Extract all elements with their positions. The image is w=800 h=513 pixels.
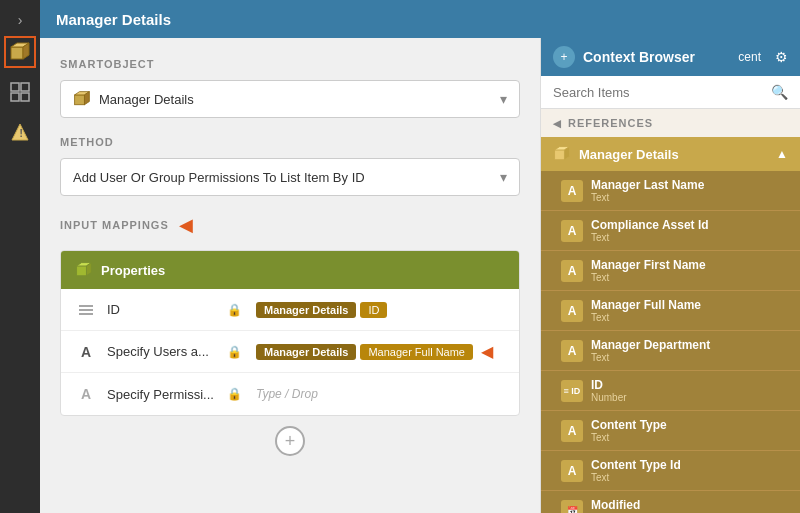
ref-item-manager-first-name[interactable]: A Manager First Name Text: [541, 251, 800, 291]
ref-item-a-icon-6: A: [561, 420, 583, 442]
tag-manager-full-name: Manager Full Name: [360, 344, 473, 360]
ref-item-compliance-asset-id[interactable]: A Compliance Asset Id Text: [541, 211, 800, 251]
ref-item-a-icon-4: A: [561, 340, 583, 362]
prop-lock-users: 🔒: [227, 345, 242, 359]
svg-rect-0: [11, 47, 23, 59]
sidebar-warning-icon[interactable]: !: [4, 116, 36, 148]
prop-placeholder-permissions: Type / Drop: [256, 387, 318, 401]
ref-item-name-3: Manager Full Name: [591, 298, 786, 312]
add-mapping-button[interactable]: +: [275, 426, 305, 456]
ref-item-name-8: Modified: [591, 498, 786, 512]
context-browser-title: Context Browser: [583, 49, 730, 65]
settings-icon[interactable]: ⚙: [775, 49, 788, 65]
references-text: REFERENCES: [568, 117, 653, 129]
main-header-title: Manager Details: [56, 11, 171, 28]
ref-item-type-1: Text: [591, 232, 786, 243]
method-dropdown-inner: Add User Or Group Permissions To List It…: [73, 170, 365, 185]
svg-rect-12: [77, 266, 87, 276]
ref-item-name-0: Manager Last Name: [591, 178, 786, 192]
ref-item-date-icon-8: 📅: [561, 500, 583, 514]
ref-item-content-6: Content Type Text: [591, 418, 786, 443]
ref-item-type-6: Text: [591, 432, 786, 443]
ref-item-id[interactable]: ≡ ID ID Number: [541, 371, 800, 411]
ref-item-modified[interactable]: 📅 Modified Date/Time: [541, 491, 800, 513]
prop-name-id: ID: [107, 302, 217, 317]
ref-item-type-7: Text: [591, 472, 786, 483]
prop-icon-a-users: A: [75, 341, 97, 363]
prop-icon-a-perms: A: [75, 383, 97, 405]
properties-card: Properties ID 🔒 Manager Details: [60, 250, 520, 416]
split-pane: SMARTOBJECT Manager Details ▾ METHOD Add…: [40, 38, 800, 513]
prop-value-id: Manager Details ID: [256, 302, 505, 318]
left-panel: SMARTOBJECT Manager Details ▾ METHOD Add…: [40, 38, 540, 513]
ref-item-name-5: ID: [591, 378, 786, 392]
svg-rect-4: [21, 83, 29, 91]
main-header: Manager Details: [40, 0, 800, 38]
ref-item-content-type-id[interactable]: A Content Type Id Text: [541, 451, 800, 491]
method-label: METHOD: [60, 136, 520, 148]
references-label: ◀ REFERENCES: [541, 109, 800, 137]
ref-item-manager-last-name[interactable]: A Manager Last Name Text: [541, 171, 800, 211]
svg-rect-5: [11, 93, 19, 101]
method-selected: Add User Or Group Permissions To List It…: [73, 170, 365, 185]
ref-group-inner: Manager Details: [553, 145, 679, 163]
ref-item-content-1: Compliance Asset Id Text: [591, 218, 786, 243]
list-icon: [78, 302, 94, 318]
search-input[interactable]: [553, 85, 771, 100]
prop-icon-list: [75, 299, 97, 321]
ref-item-type-4: Text: [591, 352, 786, 363]
smartobject-cube-icon: [73, 90, 91, 108]
reference-items-list: A Manager Last Name Text A Compliance As…: [541, 171, 800, 513]
smartobject-chevron: ▾: [500, 91, 507, 107]
ref-item-a-icon-3: A: [561, 300, 583, 322]
ref-item-content-5: ID Number: [591, 378, 786, 403]
references-arrow-icon: ◀: [553, 118, 562, 129]
ref-item-a-icon-2: A: [561, 260, 583, 282]
ref-item-content-8: Modified Date/Time: [591, 498, 786, 513]
properties-header-title: Properties: [101, 263, 165, 278]
ref-item-manager-full-name[interactable]: A Manager Full Name Text: [541, 291, 800, 331]
ref-item-type-0: Text: [591, 192, 786, 203]
property-row-id: ID 🔒 Manager Details ID: [61, 289, 519, 331]
sidebar: › !: [0, 0, 40, 513]
prop-name-permissions: Specify Permissi...: [107, 387, 217, 402]
ref-group-cube-icon: [553, 145, 571, 163]
prop-name-users: Specify Users a...: [107, 344, 217, 359]
references-group-header[interactable]: Manager Details ▲: [541, 137, 800, 171]
svg-text:!: !: [20, 128, 23, 139]
prop-value-permissions[interactable]: Type / Drop: [256, 387, 505, 401]
input-mappings-arrow: ◀: [179, 214, 193, 236]
arrow-to-context: ◀: [481, 342, 493, 361]
ref-item-content-type[interactable]: A Content Type Text: [541, 411, 800, 451]
svg-rect-3: [11, 83, 19, 91]
svg-rect-6: [21, 93, 29, 101]
main-area: Manager Details SMARTOBJECT Manager Deta…: [40, 0, 800, 513]
ref-item-type-5: Number: [591, 392, 786, 403]
sidebar-expand-arrow[interactable]: ›: [18, 12, 23, 28]
input-mappings-header: INPUT MAPPINGS ◀: [60, 214, 520, 236]
svg-rect-18: [555, 150, 565, 160]
sidebar-layout-icon[interactable]: [4, 76, 36, 108]
method-dropdown[interactable]: Add User Or Group Permissions To List It…: [60, 158, 520, 196]
context-browser-header: + Context Browser cent ⚙: [541, 38, 800, 76]
prop-value-users: Manager Details Manager Full Name ◀: [256, 342, 505, 361]
smartobject-dropdown[interactable]: Manager Details ▾: [60, 80, 520, 118]
ref-item-a-icon-7: A: [561, 460, 583, 482]
ref-item-content-7: Content Type Id Text: [591, 458, 786, 483]
svg-rect-9: [75, 95, 85, 105]
method-chevron: ▾: [500, 169, 507, 185]
ref-item-name-4: Manager Department: [591, 338, 786, 352]
ref-item-id-icon-5: ≡ ID: [561, 380, 583, 402]
ref-item-manager-department[interactable]: A Manager Department Text: [541, 331, 800, 371]
ref-item-name-1: Compliance Asset Id: [591, 218, 786, 232]
smartobject-dropdown-inner: Manager Details: [73, 90, 194, 108]
property-row-permissions: A Specify Permissi... 🔒 Type / Drop: [61, 373, 519, 415]
ref-item-content-3: Manager Full Name Text: [591, 298, 786, 323]
sidebar-cube-icon[interactable]: [4, 36, 36, 68]
prop-lock-id: 🔒: [227, 303, 242, 317]
ref-item-content-0: Manager Last Name Text: [591, 178, 786, 203]
ref-item-type-3: Text: [591, 312, 786, 323]
ref-item-a-icon-0: A: [561, 180, 583, 202]
context-browser-panel: + Context Browser cent ⚙ 🔍 ◀ REFERENCES: [540, 38, 800, 513]
properties-cube-icon: [75, 261, 93, 279]
